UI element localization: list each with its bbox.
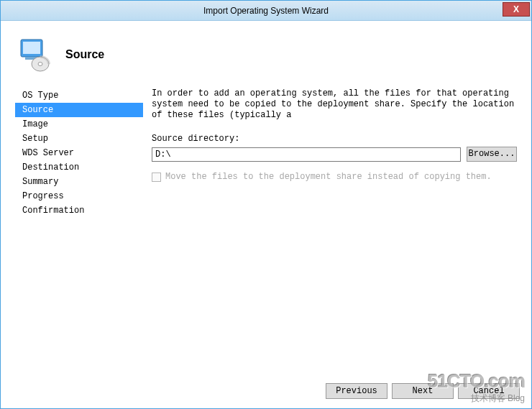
close-button[interactable]: X (503, 2, 530, 17)
body-section: OS Type Source Image Setup WDS Server De… (1, 84, 531, 372)
button-bar: Previous Next Cancel (1, 372, 531, 408)
close-icon: X (513, 4, 519, 14)
content-area: Source OS Type Source Image Setup WDS Se… (1, 21, 531, 408)
source-directory-label: Source directory: (152, 134, 517, 144)
sidebar-item-destination[interactable]: Destination (15, 160, 143, 175)
sidebar-item-source[interactable]: Source (15, 103, 143, 117)
sidebar-item-setup[interactable]: Setup (15, 132, 143, 146)
move-files-row: Move the files to the deployment share i… (152, 172, 517, 182)
sidebar-item-os-type[interactable]: OS Type (15, 88, 143, 103)
main-panel: In order to add an operating system, all… (143, 84, 523, 372)
move-files-label: Move the files to the deployment share i… (165, 172, 492, 182)
instructions-text: In order to add an operating system, all… (152, 88, 517, 121)
svg-point-4 (38, 63, 42, 66)
svg-rect-1 (23, 42, 40, 54)
sidebar-item-summary[interactable]: Summary (15, 175, 143, 189)
page-title: Source (65, 48, 104, 61)
source-input-row: Browse... (152, 147, 517, 162)
source-directory-input[interactable] (152, 147, 461, 162)
window-title: Import Operating System Wizard (203, 6, 329, 16)
cancel-button[interactable]: Cancel (458, 383, 520, 399)
wizard-steps-sidebar: OS Type Source Image Setup WDS Server De… (15, 84, 143, 372)
previous-button[interactable]: Previous (326, 383, 387, 399)
wizard-window: Import Operating System Wizard X Source (0, 0, 532, 409)
browse-button[interactable]: Browse... (467, 147, 517, 162)
move-files-checkbox (152, 173, 161, 182)
sidebar-item-progress[interactable]: Progress (15, 189, 143, 203)
next-button[interactable]: Next (392, 383, 454, 399)
header-section: Source (1, 21, 531, 84)
sidebar-item-image[interactable]: Image (15, 117, 143, 132)
titlebar: Import Operating System Wizard X (1, 1, 531, 21)
sidebar-item-wds-server[interactable]: WDS Server (15, 146, 143, 160)
sidebar-item-confirmation[interactable]: Confirmation (15, 203, 143, 218)
computer-disc-icon (17, 37, 52, 73)
